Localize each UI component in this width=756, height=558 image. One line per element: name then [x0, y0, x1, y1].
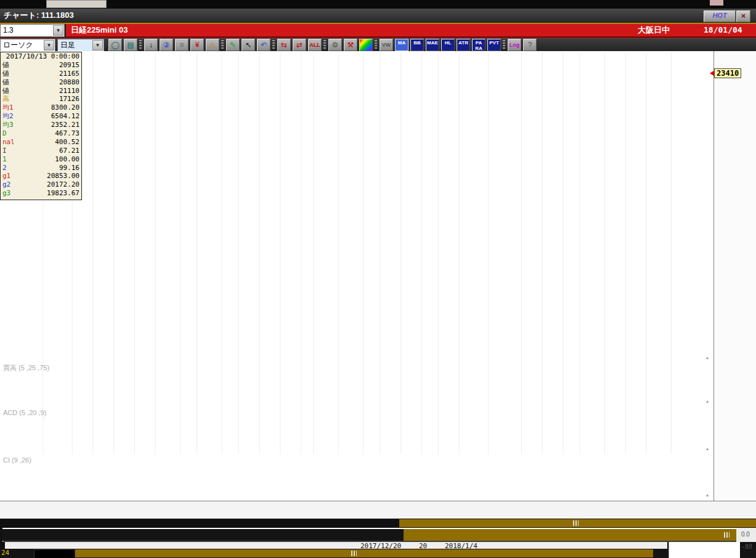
timeframe-select[interactable]: 日足 ▼	[57, 39, 104, 52]
candle-expand-icon[interactable]: ⇆	[277, 39, 291, 51]
toolbar-separator	[221, 40, 224, 50]
price-axis[interactable]	[713, 51, 756, 501]
data-window-row: 299.16	[1, 164, 81, 172]
chevron-down-icon[interactable]: ▼	[92, 40, 103, 51]
data-window-row: 高17126	[1, 95, 81, 103]
background-window-fragment	[46, 0, 107, 8]
gear-icon[interactable]: ⚙	[328, 39, 342, 51]
session-label: 大阪日中	[638, 24, 670, 36]
mae-icon[interactable]: MAE	[426, 39, 439, 51]
symbol-value: 1.3	[1, 25, 14, 36]
hl-icon[interactable]: HL	[441, 39, 455, 51]
timeframe-value: 日足	[58, 39, 75, 51]
pvt-icon[interactable]: PVT	[487, 39, 501, 51]
yen-icon[interactable]: ¥	[190, 39, 204, 51]
data-window-datetime: 2017/10/13 0:00:00	[1, 52, 81, 61]
layout-icon[interactable]: ▤	[124, 39, 137, 51]
toolbar-separator	[375, 40, 377, 50]
background-window-strip	[0, 0, 756, 9]
data-window-row: g220172.20	[1, 180, 81, 189]
warning-icon[interactable]: ⚠	[206, 39, 219, 51]
data-window-row: 1100.00	[1, 155, 81, 164]
data-window-row: g319823.67	[1, 189, 81, 198]
rci-panel-title: CI (9 ,26)	[3, 456, 31, 464]
data-window-row: 値21110	[1, 87, 81, 95]
background-window-fragment-2	[710, 0, 723, 6]
tool-icon[interactable]: ⚒	[344, 39, 357, 51]
price-chart[interactable]	[0, 51, 713, 501]
cursor-icon[interactable]: ↖	[242, 39, 255, 51]
toolbar-separator	[139, 40, 142, 50]
zoom-icon[interactable]: ◯	[108, 39, 122, 51]
data-window-row: 均32352.21	[1, 121, 81, 129]
undo-icon[interactable]: ↶	[257, 39, 270, 51]
time-axis[interactable]	[0, 501, 756, 519]
scroll-arrow-icon[interactable]: ▴	[706, 492, 709, 498]
atr-icon[interactable]: ATR	[457, 39, 470, 51]
window-titlebar[interactable]: チャート: 111.1803 HOT ×	[0, 9, 756, 24]
circle-2-icon[interactable]: ②	[160, 39, 173, 51]
data-window-row: 均18300.20	[1, 103, 81, 112]
chevron-down-icon[interactable]: ▼	[44, 40, 54, 51]
close-icon[interactable]: ×	[736, 10, 750, 22]
instrument-banner: 日経225mini 03 大阪日中 18/01/04	[66, 24, 756, 37]
para-icon[interactable]: PA RA	[472, 39, 486, 51]
chart-type-select[interactable]: ローソク ▼	[0, 39, 55, 52]
hot-button[interactable]: HOT	[704, 10, 736, 22]
navigator-sparklines	[0, 519, 756, 558]
session-date: 18/01/04	[704, 24, 742, 36]
toolbar-row: ローソク ▼ 日足 ▼ ◯▤↓②≡¥⚠✎↖↶⇆⇄ALL⚙⚒VW APMABBMA…	[0, 38, 756, 52]
data-window-row: 値20880	[1, 78, 81, 87]
data-window-row: I67.21	[1, 147, 81, 155]
last-price-tag: 23410	[714, 68, 741, 78]
instrument-name: 日経225mini 03	[71, 24, 128, 36]
toolbar-separator	[272, 40, 275, 50]
macd-panel-title: ACD (5 ,20 ,9)	[3, 409, 46, 416]
window-title: チャート: 111.1803	[4, 9, 74, 22]
draw-pencil-icon[interactable]: ✎	[226, 39, 240, 51]
scroll-arrow-icon[interactable]: ▴	[706, 355, 709, 360]
sliders-icon[interactable]: ≡	[175, 39, 189, 51]
data-window-row: D467.73	[1, 129, 81, 138]
toolbar-separator	[503, 40, 505, 50]
data-window-row: g120853.00	[1, 172, 81, 180]
candle-compress-icon[interactable]: ⇄	[293, 39, 306, 51]
chart-type-value: ローソク	[1, 39, 33, 51]
instrument-row: 1.3 ▼ 日経225mini 03 大阪日中 18/01/04	[0, 24, 756, 37]
ma-icon[interactable]: MA	[395, 39, 408, 51]
price-down-icon[interactable]: ↓	[144, 39, 158, 51]
rainbow-icon[interactable]	[359, 39, 373, 51]
data-window: 2017/10/13 0:00:00 値20915値21165値20880値21…	[0, 52, 82, 200]
data-window-row: nal400.52	[1, 138, 81, 147]
chevron-down-icon[interactable]: ▼	[53, 25, 63, 36]
scroll-arrow-icon[interactable]: ▴	[706, 398, 709, 404]
data-window-row: 均26504.12	[1, 112, 81, 121]
vwap-icon[interactable]: VW AP	[380, 39, 393, 51]
bb-icon[interactable]: BB	[410, 39, 424, 51]
toolbar-separator	[323, 40, 326, 50]
scroll-arrow-icon[interactable]: ▴	[706, 446, 709, 451]
help-icon[interactable]: ?	[523, 39, 537, 51]
volume-panel-title: 買高 (5 ,25 ,75)	[3, 363, 49, 373]
log-icon[interactable]: Log	[508, 39, 521, 51]
symbol-select[interactable]: 1.3 ▼	[0, 24, 65, 37]
data-window-row: 値21165	[1, 70, 81, 78]
all-bars-icon[interactable]: ALL	[308, 39, 322, 51]
data-window-row: 値20915	[1, 61, 81, 70]
